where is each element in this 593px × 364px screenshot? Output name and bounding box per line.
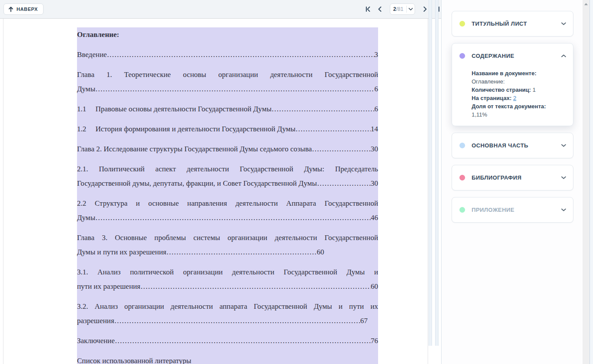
next-page-button[interactable] — [421, 3, 429, 15]
toc-line-text: Думы и пути их разрешения — [77, 245, 166, 259]
section-detail-row: Название в документе: — [472, 69, 566, 77]
section-details: Название в документе:Оглавление:Количест… — [452, 68, 573, 126]
document-viewer: Оглавление:Введение………………………………………………………… — [0, 18, 441, 364]
section-card: ТИТУЛЬНЫЙ ЛИСТ — [452, 11, 573, 37]
dot-leader: …………………………………………………………………………………………………………… — [295, 122, 371, 136]
total-pages: /81 — [396, 6, 404, 12]
page-indicator: 2/81 — [390, 6, 406, 12]
toc-line-text: 2.1. Политический аспект деятельности Го… — [77, 165, 378, 173]
detail-label: На страницах: — [472, 95, 512, 101]
toc-line-text: Список использованной литературы — [77, 357, 191, 364]
toc-line: Оглавление: — [77, 27, 378, 42]
dot-leader: …………………………………………………………………………………………………………… — [271, 102, 374, 116]
toc-line-text: 2.2 Структура и основные направления дея… — [77, 199, 378, 207]
table-of-contents: Оглавление:Введение………………………………………………………… — [77, 27, 378, 364]
section-card-header[interactable]: ОСНОВНАЯ ЧАСТЬ — [452, 133, 573, 158]
toc-line-text: Глава 1. Теоретические основы организаци… — [77, 70, 378, 79]
toc-line-text: пути их разрешения — [77, 279, 141, 294]
toc-page-number: 30 — [371, 142, 378, 156]
document-scrollbar[interactable] — [429, 0, 432, 346]
toolbar: НАВЕРХ 2/81 — [0, 0, 441, 18]
prev-page-button[interactable] — [375, 3, 384, 15]
detail-value: 1,11% — [472, 111, 487, 118]
toc-line: Глава 2. Исследование структуры Государс… — [77, 142, 378, 156]
section-title: БИБЛИОГРАФИЯ — [472, 174, 561, 181]
sections-sidebar: ТИТУЛЬНЫЙ ЛИСТСОДЕРЖАНИЕНазвание в докум… — [441, 0, 583, 364]
page-scrollbar[interactable] — [583, 0, 590, 364]
toc-line-text: Думы — [77, 210, 95, 225]
section-card: БИБЛИОГРАФИЯ — [452, 165, 573, 190]
toc-line: Глава 1. Теоретические основы организаци… — [77, 67, 378, 82]
dot-leader: …………………………………………………………………………………………………………… — [166, 245, 317, 259]
section-card-header[interactable]: ТИТУЛЬНЫЙ ЛИСТ — [452, 11, 573, 36]
back-to-top-button[interactable]: НАВЕРХ — [3, 3, 44, 15]
toc-line-text: Введение — [77, 47, 107, 62]
toc-line: 2.1. Политический аспект деятельности Го… — [77, 162, 378, 176]
toc-page-number: 67 — [360, 314, 368, 328]
toc-line: Глава 3. Основные проблемы системы орган… — [77, 230, 378, 245]
section-title: СОДЕРЖАНИЕ — [472, 53, 561, 59]
detail-label: Название в документе: — [472, 70, 536, 77]
toc-line: разрешения………………………………………………………………………………… — [77, 314, 368, 328]
toc-line: 1.2 История формирования и деятельности … — [77, 122, 378, 136]
section-title: ПРИЛОЖЕНИЕ — [472, 207, 561, 213]
section-detail-row: Количество страниц: 1 — [472, 86, 566, 94]
section-color-dot — [459, 207, 465, 213]
dot-leader: …………………………………………………………………………………………………………… — [141, 279, 371, 294]
chevron-down-icon — [561, 22, 566, 25]
chevron-down-icon — [561, 208, 566, 211]
toc-page-number: 6 — [375, 82, 379, 96]
toc-line-text: Глава 2. Исследование структуры Государс… — [77, 142, 312, 156]
chevron-down-icon — [561, 176, 566, 179]
viewer-scrollbar[interactable] — [435, 0, 439, 346]
section-color-dot — [459, 21, 465, 27]
toc-line-text: 3.2. Анализ организации деятельности апп… — [77, 302, 378, 311]
toc-page-number: 46 — [371, 210, 378, 225]
detail-value: Оглавление: — [472, 78, 505, 85]
detail-label: Доля от текста документа: — [472, 103, 546, 110]
section-color-dot — [459, 143, 465, 148]
section-card-header[interactable]: СОДЕРЖАНИЕ — [452, 43, 573, 68]
toc-page-number: 6 — [375, 102, 379, 116]
section-detail-row: На страницах: 2 — [472, 94, 566, 102]
toc-line: 3.1. Анализ политической организации дея… — [77, 265, 378, 279]
toc-line: Думы………………………………………………………………………………………………… — [77, 82, 378, 96]
toc-line-text: разрешения — [77, 314, 114, 328]
toc-page-number: 60 — [371, 279, 378, 294]
toc-line: Государственной думы, депутаты, фракции,… — [77, 176, 378, 190]
toc-line-text: Государственной думы, депутаты, фракции,… — [77, 176, 317, 190]
dot-leader: …………………………………………………………………………………………………………… — [107, 47, 375, 62]
chevron-up-icon — [561, 54, 566, 57]
dot-leader: …………………………………………………………………………………………………………… — [115, 334, 371, 348]
section-detail-row: Доля от текста документа: — [472, 102, 566, 110]
up-arrow-icon — [8, 7, 13, 12]
toc-line: Список использованной литературы — [77, 354, 378, 364]
toc-line: Думы………………………………………………………………………………………………… — [77, 210, 378, 225]
toc-line-text: 3.1. Анализ политической организации дея… — [77, 268, 378, 276]
document-page: Оглавление:Введение………………………………………………………… — [3, 19, 428, 364]
detail-label: Количество страниц: — [472, 87, 531, 93]
section-color-dot — [459, 53, 465, 59]
section-card: ОСНОВНАЯ ЧАСТЬ — [452, 133, 573, 158]
toc-line: 2.2 Структура и основные направления дея… — [77, 196, 378, 210]
toc-page-number: 30 — [371, 176, 378, 190]
toc-line-text: Оглавление: — [77, 30, 119, 39]
first-page-button[interactable] — [364, 3, 372, 15]
toc-page-number: 3 — [375, 47, 379, 62]
toc-page-number: 14 — [371, 122, 378, 136]
dot-leader: …………………………………………………………………………………………………………… — [95, 82, 374, 96]
toc-line-text: 1.2 История формирования и деятельности … — [77, 122, 295, 136]
current-page: 2 — [393, 6, 396, 12]
toc-line-text: 1.1 Правовые основы деятельности Государ… — [77, 102, 271, 116]
detail-page-link[interactable]: 2 — [513, 95, 516, 101]
dot-leader: …………………………………………………………………………………………………………… — [114, 314, 360, 328]
section-card-header[interactable]: ПРИЛОЖЕНИЕ — [452, 197, 573, 222]
dot-leader: …………………………………………………………………………………………………………… — [95, 210, 371, 225]
section-card-header[interactable]: БИБЛИОГРАФИЯ — [452, 165, 573, 190]
toc-page-number: 60 — [317, 245, 324, 259]
toc-line: 1.1 Правовые основы деятельности Государ… — [77, 102, 378, 116]
toc-line: пути их разрешения…………………………………………………………… — [77, 279, 378, 294]
back-to-top-label: НАВЕРХ — [17, 7, 38, 12]
page-number-select[interactable]: 2/81 — [390, 3, 415, 15]
toc-line: Думы и пути их разрешения………………………………………… — [77, 245, 324, 259]
